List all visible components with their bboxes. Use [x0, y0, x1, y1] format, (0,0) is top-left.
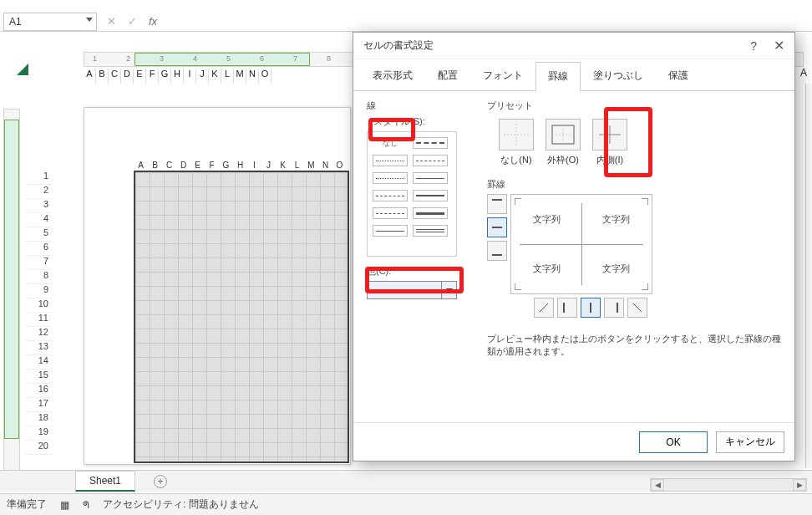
row-header[interactable]: 5	[25, 227, 52, 242]
name-box[interactable]: A1	[3, 13, 97, 31]
scroll-right-icon[interactable]: ▶	[793, 479, 806, 491]
preset-inside[interactable]: 内側(I)	[592, 119, 627, 166]
column-header[interactable]: H	[171, 69, 184, 84]
right-column-label: A	[797, 67, 810, 79]
column-header[interactable]: A	[84, 69, 96, 84]
fx-icon[interactable]: fx	[149, 15, 157, 28]
dialog-titlebar[interactable]: セルの書式設定 ? ✕	[353, 33, 794, 59]
border-middle-h-toggle[interactable]	[487, 217, 507, 237]
format-cells-dialog: セルの書式設定 ? ✕ 表示形式配置フォント罫線塗りつぶし保護 線 スタイル(S…	[353, 32, 795, 461]
preset-outline[interactable]: 外枠(O)	[546, 119, 581, 166]
column-header[interactable]: M	[234, 69, 246, 84]
line-style-opt[interactable]	[413, 172, 448, 184]
horizontal-scrollbar[interactable]: ◀ ▶	[650, 478, 807, 492]
hint-text: プレビュー枠内または上のボタンをクリックすると、選択した罫線の種類が適用されます…	[487, 333, 781, 358]
preset-none[interactable]: なし(N)	[499, 119, 534, 166]
line-style-opt[interactable]	[413, 137, 448, 149]
column-header[interactable]: C	[109, 69, 121, 84]
border-diag-up-toggle[interactable]	[534, 298, 554, 318]
name-box-dropdown-icon[interactable]	[86, 18, 93, 22]
preview-text: 文字列	[533, 263, 561, 275]
row-header[interactable]: 3	[25, 199, 52, 213]
row-header[interactable]: 18	[25, 412, 52, 426]
svg-line-14	[633, 303, 642, 312]
column-header[interactable]: G	[159, 69, 171, 84]
row-header[interactable]: 6	[25, 242, 52, 256]
help-icon[interactable]: ?	[750, 39, 757, 53]
line-color-dropdown[interactable]	[367, 281, 457, 299]
preview-text: 文字列	[602, 213, 630, 226]
line-style-opt[interactable]	[373, 225, 408, 237]
tab-フォント[interactable]: フォント	[470, 61, 535, 90]
preset-inside-label: 内側(I)	[596, 155, 623, 165]
row-header[interactable]: 20	[25, 441, 52, 455]
preset-label: プリセット	[487, 99, 781, 112]
column-header[interactable]: J	[196, 69, 209, 84]
line-style-opt[interactable]	[373, 172, 408, 184]
status-bar: 準備完了 ▦ ᖗ アクセシビリティ: 問題ありません	[0, 493, 812, 515]
row-header[interactable]: 11	[25, 313, 52, 327]
tab-罫線[interactable]: 罫線	[535, 62, 581, 91]
line-style-opt[interactable]	[373, 155, 408, 166]
ok-button[interactable]: OK	[639, 431, 708, 453]
border-bottom-toggle[interactable]	[487, 241, 507, 261]
row-header[interactable]: 19	[25, 426, 52, 441]
border-top-toggle[interactable]	[487, 194, 507, 214]
column-header[interactable]: K	[209, 69, 221, 84]
add-sheet-button[interactable]: +	[154, 475, 167, 488]
row-header[interactable]: 8	[25, 270, 52, 284]
row-header[interactable]: 12	[25, 327, 52, 341]
select-all-triangle[interactable]	[3, 50, 30, 77]
column-header[interactable]: B	[96, 69, 109, 84]
row-header[interactable]: 7	[25, 256, 52, 270]
row-header[interactable]: 9	[25, 284, 52, 298]
row-header[interactable]: 4	[25, 213, 52, 227]
row-header[interactable]: 17	[25, 398, 52, 412]
column-header[interactable]: D	[121, 69, 134, 84]
line-style-opt[interactable]	[413, 225, 448, 237]
row-header[interactable]: 2	[25, 185, 52, 199]
row-header[interactable]: 10	[25, 298, 52, 313]
cancel-button[interactable]: キャンセル	[716, 431, 784, 453]
border-left-toggle[interactable]	[557, 298, 577, 318]
close-icon[interactable]: ✕	[774, 38, 784, 54]
line-style-opt[interactable]	[373, 190, 408, 201]
column-header[interactable]: E	[134, 69, 146, 84]
preset-outline-label: 外枠(O)	[547, 155, 579, 165]
column-header[interactable]: N	[246, 69, 259, 84]
border-middle-v-toggle[interactable]	[581, 298, 601, 318]
status-icon: ▦	[60, 499, 69, 511]
line-style-opt[interactable]	[413, 190, 448, 201]
border-right-toggle[interactable]	[604, 298, 624, 318]
scroll-left-icon[interactable]: ◀	[651, 479, 664, 491]
accessibility-status[interactable]: アクセシビリティ: 問題ありません	[103, 497, 259, 512]
border-diag-down-toggle[interactable]	[627, 298, 647, 318]
line-style-opt[interactable]	[413, 155, 448, 166]
tab-配置[interactable]: 配置	[425, 61, 470, 90]
line-style-opt[interactable]	[413, 207, 448, 219]
row-header[interactable]: 1	[25, 171, 52, 185]
row-header[interactable]: 13	[25, 341, 52, 355]
column-header[interactable]: F	[146, 69, 159, 84]
column-header[interactable]: O	[259, 69, 272, 84]
column-header[interactable]: I	[184, 69, 196, 84]
dialog-title-text: セルの書式設定	[363, 38, 434, 53]
tab-塗りつぶし[interactable]: 塗りつぶし	[581, 61, 656, 90]
column-header[interactable]: L	[221, 69, 234, 84]
tab-保護[interactable]: 保護	[656, 61, 701, 90]
row-headers[interactable]: 1234567891011121314151617181920	[25, 171, 52, 455]
sheet-tab-sheet1[interactable]: Sheet1	[75, 471, 135, 492]
row-header[interactable]: 15	[25, 370, 52, 384]
selected-range[interactable]	[134, 171, 349, 463]
preset-none-label: なし(N)	[500, 155, 531, 165]
row-header[interactable]: 16	[25, 384, 52, 398]
line-style-none[interactable]: なし	[373, 137, 408, 149]
border-preview[interactable]: 文字列 文字列 文字列 文字列	[510, 194, 652, 294]
line-style-list[interactable]: なし	[367, 131, 457, 257]
border-section-label: 罫線	[487, 178, 781, 191]
row-header[interactable]: 14	[25, 355, 52, 370]
dropdown-arrow-icon[interactable]	[441, 282, 456, 298]
column-headers[interactable]: ABCDEFGHIJKLMNO	[134, 161, 347, 170]
tab-表示形式[interactable]: 表示形式	[360, 61, 425, 90]
line-style-opt[interactable]	[373, 207, 408, 219]
